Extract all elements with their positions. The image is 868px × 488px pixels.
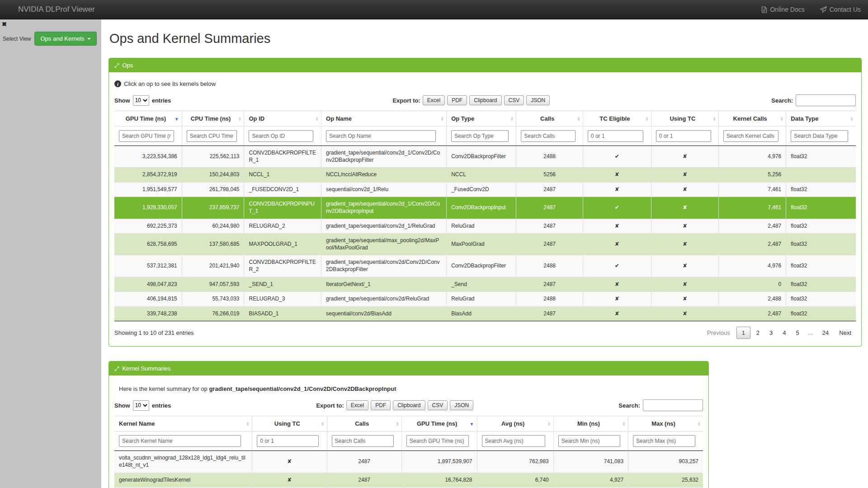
ops-export-pdf-button[interactable]: PDF: [447, 95, 467, 105]
filter-input-using-tc[interactable]: [656, 130, 711, 142]
kernel-export-pdf-button[interactable]: PDF: [371, 400, 391, 410]
cell-tc-eligible: ✔: [583, 197, 651, 219]
ops-row-6[interactable]: 628,758,695137,580,685MAXPOOLGRAD_1gradi…: [114, 234, 856, 255]
cell-tc-eligible: ✘: [583, 306, 651, 321]
ops-row-9[interactable]: 406,194,81555,743,033RELUGRAD_3gradient_…: [114, 292, 856, 307]
column-header-gpu-time-ns[interactable]: GPU Time (ns)▼: [401, 416, 477, 432]
column-header-cpu-time-ns[interactable]: CPU Time (ns)▲▼: [182, 111, 244, 127]
ops-row-7[interactable]: 537,312,381201,421,940CONV2DBACKPROPFILT…: [114, 255, 856, 277]
column-header-kernel-calls[interactable]: Kernel Calls▲▼: [719, 111, 786, 127]
column-header-kernel-name[interactable]: Kernel Name▲▼: [114, 416, 252, 432]
close-icon[interactable]: ✖: [2, 21, 7, 28]
sort-desc-icon: ▼: [396, 424, 399, 426]
filter-cell-avg-ns: [477, 432, 553, 451]
filter-cell-min-ns: [553, 432, 628, 451]
ops-row-10[interactable]: 339,748,23876,266,019BIASADD_1sequential…: [114, 306, 856, 321]
filter-input-op-id[interactable]: [249, 130, 313, 142]
ops-previous-button[interactable]: Previous: [703, 327, 735, 338]
ops-next-button[interactable]: Next: [835, 327, 856, 338]
column-header-min-ns[interactable]: Min (ns)▲▼: [553, 416, 628, 432]
k-row-2: generateWinogradTilesKernel✘248716,764,8…: [114, 473, 703, 488]
cell-op-type: BiasAdd: [447, 306, 516, 321]
filter-input-op-name[interactable]: [326, 130, 436, 142]
kernel-search-input[interactable]: [643, 399, 703, 411]
ops-search-input[interactable]: [796, 94, 856, 106]
sort-icons: ▲▼: [315, 117, 319, 121]
online-docs-link[interactable]: Online Docs: [761, 6, 804, 13]
filter-input-gpu-time-ns[interactable]: [406, 435, 469, 447]
ops-row-5[interactable]: 692,225,37360,244,980RELUGRAD_2gradient_…: [114, 219, 856, 234]
paper-plane-icon: [820, 6, 827, 13]
kernel-export-json-button[interactable]: JSON: [450, 400, 473, 410]
column-header-calls[interactable]: Calls▲▼: [327, 416, 401, 432]
ops-page-4-button[interactable]: 4: [778, 327, 790, 338]
ops-page-size-select[interactable]: 10: [133, 95, 149, 106]
column-header-using-tc[interactable]: Using TC▲▼: [252, 416, 327, 432]
view-dropdown-button[interactable]: Ops and Kernels: [34, 32, 97, 46]
cell-kernel-calls: 4,976: [719, 146, 786, 168]
cell-op-name: sequential/conv2d/BiasAdd: [321, 306, 447, 321]
ops-row-8[interactable]: 498,047,823947,057,593_SEND_1IteratorGet…: [114, 277, 856, 292]
kernel-export-csv-button[interactable]: CSV: [428, 400, 448, 410]
filter-cell-using-tc: [651, 127, 718, 146]
ops-export-json-button[interactable]: JSON: [526, 95, 550, 105]
ops-export-excel-button[interactable]: Excel: [423, 95, 445, 105]
ops-row-1[interactable]: 3,223,534,386225,562,113CONV2DBACKPROPFI…: [114, 146, 856, 168]
ops-panel-header[interactable]: ⤢ Ops: [109, 58, 861, 72]
ops-page-24-button[interactable]: 24: [818, 327, 833, 338]
column-header-op-id[interactable]: Op ID▲▼: [244, 111, 321, 127]
filter-input-avg-ns[interactable]: [482, 435, 546, 447]
cell-op-name: gradient_tape/sequential/conv2d_1/ReluGr…: [321, 219, 447, 234]
filter-input-min-ns[interactable]: [558, 435, 620, 447]
filter-input-max-ns[interactable]: [633, 435, 695, 447]
cell-cpu-time-ns: 261,798,045: [182, 182, 244, 197]
column-header-tc-eligible[interactable]: TC Eligible▲▼: [583, 111, 651, 127]
cell-data-type: float32: [786, 146, 856, 168]
filter-input-op-type[interactable]: [451, 130, 508, 142]
filter-input-kernel-calls[interactable]: [723, 130, 778, 142]
column-header-gpu-time-ns[interactable]: GPU Time (ns)▼: [114, 111, 182, 127]
cell-calls: 2488: [516, 146, 583, 168]
ops-page-5-button[interactable]: 5: [792, 327, 803, 338]
cell-op-id: _SEND_1: [244, 277, 321, 292]
column-header-calls[interactable]: Calls▲▼: [516, 111, 583, 127]
sort-desc-icon: ▼: [850, 119, 854, 121]
filter-input-kernel-name[interactable]: [119, 435, 241, 447]
filter-input-using-tc[interactable]: [257, 435, 319, 447]
kernel-export-clipboard-button[interactable]: Clipboard: [393, 400, 425, 410]
cell-calls: 5256: [516, 168, 583, 183]
cell-using-tc: ✘: [252, 473, 327, 488]
filter-input-data-type[interactable]: [791, 130, 848, 142]
filter-input-calls[interactable]: [521, 130, 575, 142]
column-header-op-type[interactable]: Op Type▲▼: [447, 111, 516, 127]
ops-page-3-button[interactable]: 3: [765, 327, 777, 338]
cell-data-type: float32: [786, 292, 856, 307]
kernel-page-size-select[interactable]: 10: [133, 400, 149, 411]
ops-page-1-button[interactable]: 1: [736, 327, 750, 339]
ops-export-group: Export to: ExcelPDFClipboardCSVJSON: [392, 95, 550, 105]
ops-row-2[interactable]: 2,854,372,919150,244,803NCCL_1NCCL/ncclA…: [114, 168, 856, 183]
column-header-data-type[interactable]: Data Type▲▼: [786, 111, 856, 127]
ops-page-2-button[interactable]: 2: [752, 327, 764, 338]
page-title: Ops and Kernel Summaries: [109, 31, 862, 46]
ops-export-csv-button[interactable]: CSV: [504, 95, 524, 105]
ops-export-clipboard-button[interactable]: Clipboard: [469, 95, 501, 105]
filter-cell-max-ns: [628, 432, 703, 451]
sort-icons: ▲▼: [712, 117, 716, 121]
column-header-op-name[interactable]: Op Name▲▼: [321, 111, 447, 127]
column-header-max-ns[interactable]: Max (ns)▲▼: [628, 416, 703, 432]
column-label: TC Eligible: [599, 115, 630, 122]
kernel-export-excel-button[interactable]: Excel: [346, 400, 368, 410]
filter-input-cpu-time-ns[interactable]: [187, 130, 237, 142]
contact-us-link[interactable]: Contact Us: [820, 6, 861, 13]
cell-cpu-time-ns: 150,244,803: [182, 168, 244, 183]
filter-input-tc-eligible[interactable]: [588, 130, 643, 142]
ops-row-4[interactable]: 1,928,330,057237,859,737CONV2DBACKPROPIN…: [114, 197, 856, 219]
column-header-using-tc[interactable]: Using TC▲▼: [651, 111, 718, 127]
column-header-avg-ns[interactable]: Avg (ns)▲▼: [477, 416, 553, 432]
ops-row-3[interactable]: 1,951,549,577261,798,045_FUSEDCONV2D_1se…: [114, 182, 856, 197]
filter-input-calls[interactable]: [332, 435, 394, 447]
ops-info-text: Click an op to see its kernels below: [124, 80, 216, 87]
kernel-panel-header[interactable]: ⤢ Kernel Summaries: [109, 361, 708, 375]
filter-input-gpu-time-ns[interactable]: [119, 130, 174, 142]
